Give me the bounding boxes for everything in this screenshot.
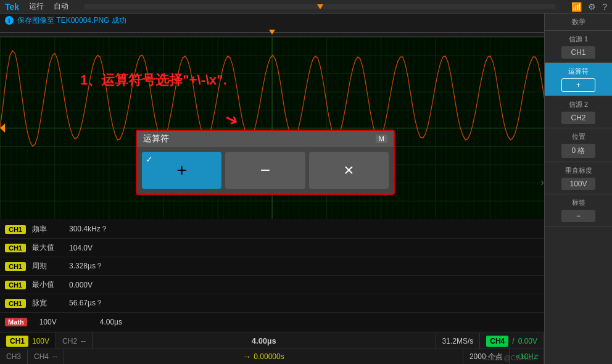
ch1-badge-min: CH1: [5, 281, 26, 289]
ch4b-label: CH4: [34, 352, 49, 361]
ch1-status: CH1 100V: [0, 333, 56, 349]
sidebar-scale-label: 垂直标度: [565, 166, 592, 175]
min-value: 0.000V: [69, 281, 93, 289]
math-value2: 4.00µs: [100, 318, 122, 326]
help-icon[interactable]: ?: [602, 2, 607, 12]
timeoffset-value: 0.00000s: [254, 352, 284, 361]
sidebar-source1[interactable]: 信源 1 CH1: [545, 31, 612, 63]
ch1-badge-pulse: CH1: [5, 299, 26, 308]
sidebar-position-label: 位置: [572, 132, 585, 141]
sidebar-tag-label: 标签: [572, 198, 585, 207]
waveform-display: 1、运算符号选择"+\-\x". ➔ 运算符 M ✓ + − ×: [0, 37, 544, 219]
measure-row-frequency: CH1 频率 300.4kHz？: [0, 220, 544, 239]
sidebar-math-label: 数学: [572, 17, 585, 27]
timeoffset-status: → 0.00000s: [64, 349, 463, 364]
ch1-badge-period: CH1: [5, 262, 26, 271]
ch1-badge-frequency: CH1: [5, 225, 26, 234]
measure-row-min: CH1 最小值 0.000V: [0, 276, 544, 294]
info-icon: i: [5, 16, 14, 25]
sidebar-operator-value: +: [561, 78, 595, 92]
settings-icon[interactable]: ⚙: [588, 2, 596, 12]
ch1-badge-max: CH1: [5, 244, 26, 252]
operator-multiply-button[interactable]: ×: [309, 152, 389, 189]
menu-auto[interactable]: 自动: [54, 1, 68, 12]
operator-dialog: 运算符 M ✓ + − ×: [136, 130, 395, 195]
ch2-value: --: [81, 337, 86, 345]
sidebar-scale-value: 100V: [561, 178, 595, 190]
ch2-status: CH2 --: [56, 333, 93, 349]
wifi-icon: 📶: [571, 2, 582, 12]
dialog-title-bar: 运算符 M: [137, 131, 394, 147]
sidebar-source1-label: 信源 1: [569, 35, 588, 44]
ch3-label: CH3: [6, 352, 21, 361]
operator-minus-button[interactable]: −: [225, 152, 305, 189]
sidebar-math[interactable]: 数学: [545, 14, 612, 31]
pulse-label: 脉宽: [32, 298, 63, 308]
measure-row-math: Math 100V 4.00µs: [0, 313, 544, 331]
annotation-text: 1、运算符号选择"+\-\x".: [80, 71, 227, 89]
sidebar-source2-label: 信源 2: [569, 100, 588, 109]
sidebar-position[interactable]: 位置 0 格: [545, 128, 612, 162]
dialog-badge: M: [376, 134, 387, 143]
ch4-status: CH4 / 0.00V: [480, 333, 544, 349]
ch4b-value: --: [52, 352, 57, 361]
measure-row-max: CH1 最大值 104.0V: [0, 239, 544, 257]
right-sidebar: 数学 信源 1 CH1 运算符 + 信源 2 CH2 位置 0 格 垂直标度 1…: [544, 14, 612, 364]
ch4-label: CH4: [486, 336, 508, 347]
sidebar-tag[interactable]: 标签 −: [545, 194, 612, 226]
measurements-area: CH1 频率 300.4kHz？ CH1 最大值 104.0V CH1 周期 3…: [0, 219, 544, 333]
frequency-value: 300.4kHz？: [69, 224, 108, 234]
scope-area: i 保存图像至 TEK00004.PNG 成功: [0, 14, 544, 364]
sidebar-source2-value: CH2: [561, 112, 595, 124]
brand-label: Tek: [5, 2, 19, 12]
max-label: 最大值: [32, 242, 63, 253]
timeoffset-arrow: →: [242, 352, 251, 362]
bottom-row2: CH3 CH4 -- → 0.00000s 2000 个点 <10Hz CSDN…: [0, 349, 544, 364]
min-label: 最小值: [32, 279, 63, 290]
ch2-label: CH2: [62, 337, 77, 345]
samplerate-status: 31.2MS/s: [436, 333, 481, 349]
period-value: 3.328µs？: [69, 261, 103, 271]
sidebar-operator[interactable]: 运算符 +: [545, 63, 612, 96]
operator-plus-button[interactable]: ✓ +: [142, 152, 221, 189]
sidebar-chevron[interactable]: ›: [540, 176, 544, 189]
ch3-status: CH3: [0, 349, 28, 364]
dialog-buttons-container: ✓ + − ×: [137, 147, 394, 194]
pulse-value: 56.67µs？: [69, 298, 103, 308]
measure-row-period: CH1 周期 3.328µs？: [0, 257, 544, 276]
ch4b-status: CH4 --: [28, 349, 64, 364]
dialog-title: 运算符: [143, 133, 169, 144]
top-menu-bar: Tek 运行 自动 📶 ⚙ ?: [0, 0, 612, 14]
watermark: CSDN @CWNULT: [482, 354, 539, 362]
bottom-row1: CH1 100V CH2 -- 4.00µs 31.2MS/s CH4 / 0.…: [0, 333, 544, 349]
sidebar-tag-value: −: [561, 210, 595, 222]
max-value: 104.0V: [69, 244, 93, 252]
sidebar-source2[interactable]: 信源 2 CH2: [545, 96, 612, 128]
frequency-label: 频率: [32, 224, 63, 234]
math-value1: 100V: [39, 318, 57, 326]
ch4-slash: /: [512, 337, 514, 345]
menu-run[interactable]: 运行: [29, 1, 44, 12]
check-icon: ✓: [146, 154, 153, 164]
sidebar-position-value: 0 格: [561, 144, 595, 158]
sidebar-operator-label: 运算符: [568, 67, 589, 76]
bottom-status: CH1 100V CH2 -- 4.00µs 31.2MS/s CH4 / 0.…: [0, 333, 544, 364]
math-badge: Math: [5, 318, 27, 326]
ch4-value: 0.00V: [518, 337, 537, 345]
ch1-value: 100V: [32, 337, 49, 345]
timescale-value: 4.00µs: [252, 336, 276, 345]
info-message: 保存图像至 TEK00004.PNG 成功: [17, 15, 126, 26]
measure-row-pulse: CH1 脉宽 56.67µs？: [0, 294, 544, 313]
samplerate-value: 31.2MS/s: [442, 337, 474, 345]
sidebar-source1-value: CH1: [561, 46, 595, 59]
ch1-label: CH1: [6, 336, 28, 347]
period-label: 周期: [32, 261, 63, 271]
info-bar: i 保存图像至 TEK00004.PNG 成功: [0, 14, 544, 27]
timeline-marker: [269, 30, 275, 35]
timescale-status: 4.00µs: [93, 333, 436, 349]
sidebar-scale[interactable]: 垂直标度 100V: [545, 162, 612, 194]
top-timeline: [0, 27, 544, 37]
top-icons: 📶 ⚙ ?: [571, 2, 607, 12]
main-layout: i 保存图像至 TEK00004.PNG 成功: [0, 14, 612, 364]
